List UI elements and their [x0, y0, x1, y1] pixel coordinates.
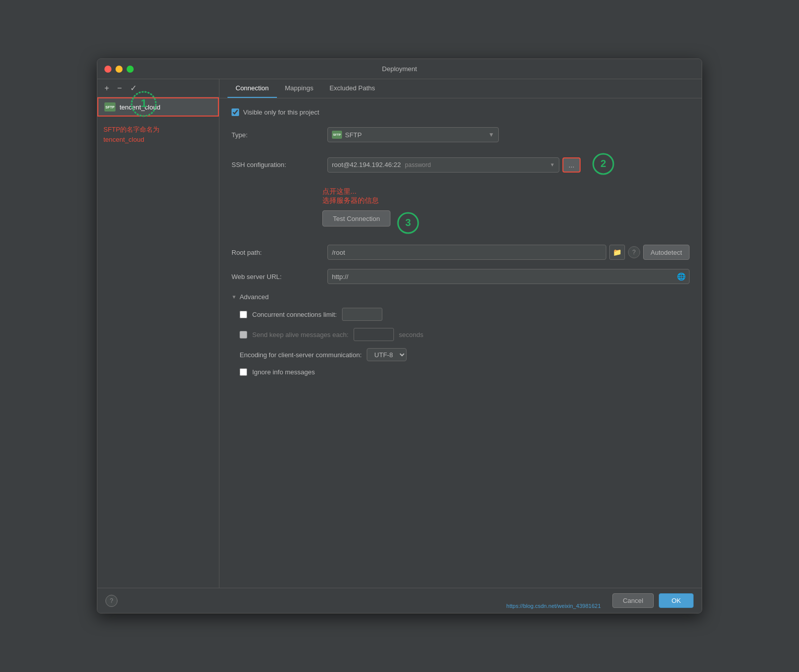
keepalive-input[interactable]	[354, 328, 394, 341]
sidebar: + − ✓ SFTP tencent_cloud SFTP的名字命名为 tenc…	[97, 79, 219, 588]
ssh-value: root@42.194.192.46:22	[332, 161, 401, 169]
test-connection-button[interactable]: Test Connection	[322, 210, 390, 227]
keepalive-row: Send keep alive messages each: seconds	[232, 328, 690, 341]
ssh-config-dots-button[interactable]: ...	[562, 157, 581, 173]
web-url-label: Web server URL:	[232, 273, 322, 281]
concurrent-checkbox[interactable]	[240, 311, 247, 318]
sftp-type-icon: SFTP	[332, 131, 342, 139]
visible-label: Visible only for this project	[243, 108, 319, 116]
maximize-button[interactable]	[127, 66, 134, 73]
web-url-row: Web server URL: 🌐	[232, 269, 690, 284]
ignore-checkbox[interactable]	[240, 368, 247, 376]
sidebar-annotation: SFTP的名字命名为 tencent_cloud 1	[97, 117, 219, 157]
svg-text:1: 1	[141, 97, 147, 109]
type-select-wrapper: SFTP SFTP ▼	[327, 127, 499, 142]
ignore-row: Ignore info messages	[232, 368, 690, 376]
footer-left: ?	[105, 595, 118, 607]
annotation-circle-2: 2	[591, 151, 616, 177]
dialog-help-button[interactable]: ?	[105, 595, 118, 607]
advanced-label: Advanced	[240, 293, 269, 301]
type-arrow-icon: ▼	[488, 131, 494, 138]
tabs-bar: Connection Mappings Excluded Paths	[219, 79, 702, 98]
remove-server-button[interactable]: −	[115, 83, 124, 94]
cancel-button[interactable]: Cancel	[612, 593, 654, 608]
root-path-label: Root path:	[232, 249, 322, 256]
web-url-input[interactable]	[327, 269, 690, 284]
annotation-circle-3: 3	[395, 210, 421, 236]
close-button[interactable]	[104, 66, 111, 73]
ssh-config-row: SSH configuration: root@42.194.192.46:22…	[232, 151, 690, 178]
add-server-button[interactable]: +	[102, 83, 111, 94]
window-controls	[104, 66, 134, 73]
encoding-label: Encoding for client-server communication…	[240, 351, 362, 359]
annotation-text-area: 点开这里... 选择服务器的信息	[322, 187, 690, 205]
svg-text:3: 3	[406, 217, 411, 228]
keepalive-checkbox[interactable]	[240, 331, 247, 339]
keepalive-unit: seconds	[399, 331, 423, 339]
type-select[interactable]: SFTP SFTP ▼	[327, 127, 499, 142]
keepalive-label: Send keep alive messages each:	[252, 331, 349, 339]
ok-button[interactable]: OK	[659, 593, 694, 608]
deployment-dialog: Deployment + − ✓ SFTP tencent_cloud SFTP…	[97, 59, 702, 613]
sftp-icon: SFTP	[104, 102, 116, 111]
title-bar: Deployment	[97, 59, 702, 79]
concurrent-row: Concurrent connections limit:	[232, 308, 690, 321]
ssh-arrow-icon: ▼	[550, 162, 555, 167]
test-connection-row: Test Connection 3	[232, 210, 690, 236]
form-area: Visible only for this project Type: SFTP…	[219, 98, 702, 588]
ignore-label: Ignore info messages	[252, 368, 315, 376]
tab-connection[interactable]: Connection	[227, 79, 277, 98]
ssh-config-select[interactable]: root@42.194.192.46:22 password ▼	[327, 157, 559, 173]
advanced-chevron-icon: ▼	[232, 294, 237, 300]
concurrent-label: Concurrent connections limit:	[252, 311, 337, 318]
type-row: Type: SFTP SFTP ▼	[232, 127, 690, 142]
concurrent-input[interactable]	[342, 308, 382, 321]
root-path-help-button[interactable]: ?	[628, 246, 640, 258]
browse-folder-button[interactable]: 📁	[609, 245, 625, 260]
root-path-input[interactable]	[327, 245, 606, 260]
footer-url: https://blog.csdn.net/weixin_43981621	[506, 603, 601, 609]
visible-checkbox-row: Visible only for this project	[232, 108, 690, 116]
ssh-label: SSH configuration:	[232, 161, 322, 169]
advanced-toggle[interactable]: ▼ Advanced	[232, 293, 690, 301]
tab-excluded-paths[interactable]: Excluded Paths	[321, 79, 383, 98]
encoding-select[interactable]: UTF-8	[367, 348, 407, 361]
globe-icon: 🌐	[677, 272, 686, 281]
visible-checkbox[interactable]	[232, 108, 239, 116]
type-value: SFTP	[345, 131, 362, 139]
annotation-2-area: 2	[591, 151, 616, 178]
ssh-config-wrapper: root@42.194.192.46:22 password ▼ ...	[327, 157, 581, 173]
encoding-row: Encoding for client-server communication…	[232, 348, 690, 361]
advanced-section: ▼ Advanced Concurrent connections limit:…	[232, 293, 690, 376]
ssh-password-label: password	[405, 161, 431, 169]
dialog-title: Deployment	[382, 65, 417, 73]
annotation-circle-1: 1	[129, 89, 159, 119]
footer: ? https://blog.csdn.net/weixin_43981621 …	[97, 588, 702, 613]
annotation-text: 点开这里... 选择服务器的信息	[322, 187, 379, 204]
tab-mappings[interactable]: Mappings	[277, 79, 321, 98]
minimize-button[interactable]	[116, 66, 123, 73]
autodetect-button[interactable]: Autodetect	[643, 245, 690, 260]
web-url-wrapper: 🌐	[327, 269, 690, 284]
root-path-row: Root path: 📁 ? Autodetect	[232, 245, 690, 260]
content-area: Connection Mappings Excluded Paths Visib…	[219, 79, 702, 588]
main-layout: + − ✓ SFTP tencent_cloud SFTP的名字命名为 tenc…	[97, 79, 702, 588]
root-path-wrapper: 📁 ? Autodetect	[327, 245, 690, 260]
type-label: Type:	[232, 131, 322, 139]
svg-text:2: 2	[600, 158, 606, 169]
